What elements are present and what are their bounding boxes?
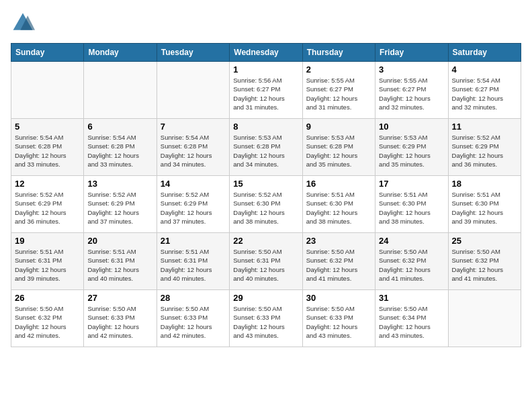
calendar-week-row: 26Sunrise: 5:50 AM Sunset: 6:32 PM Dayli…: [11, 290, 521, 347]
day-number: 12: [15, 179, 80, 189]
day-number: 28: [161, 293, 226, 303]
calendar-cell: 19Sunrise: 5:51 AM Sunset: 6:31 PM Dayli…: [11, 233, 84, 290]
calendar-cell: 17Sunrise: 5:51 AM Sunset: 6:30 PM Dayli…: [375, 176, 448, 233]
day-info: Sunrise: 5:51 AM Sunset: 6:31 PM Dayligh…: [161, 247, 226, 283]
weekday-header-sunday: Sunday: [11, 44, 84, 62]
calendar-body: 1Sunrise: 5:56 AM Sunset: 6:27 PM Daylig…: [11, 62, 521, 347]
day-info: Sunrise: 5:52 AM Sunset: 6:29 PM Dayligh…: [161, 190, 226, 226]
day-number: 23: [306, 236, 371, 246]
day-number: 26: [15, 293, 80, 303]
day-info: Sunrise: 5:50 AM Sunset: 6:32 PM Dayligh…: [15, 304, 80, 340]
day-info: Sunrise: 5:51 AM Sunset: 6:30 PM Dayligh…: [452, 190, 517, 226]
calendar-cell: [448, 290, 521, 347]
day-info: Sunrise: 5:51 AM Sunset: 6:31 PM Dayligh…: [87, 247, 152, 283]
day-info: Sunrise: 5:50 AM Sunset: 6:33 PM Dayligh…: [87, 304, 152, 340]
calendar-table: SundayMondayTuesdayWednesdayThursdayFrid…: [11, 43, 521, 347]
calendar-cell: 15Sunrise: 5:52 AM Sunset: 6:30 PM Dayli…: [230, 176, 302, 233]
calendar-cell: 23Sunrise: 5:50 AM Sunset: 6:32 PM Dayli…: [302, 233, 375, 290]
calendar-week-row: 1Sunrise: 5:56 AM Sunset: 6:27 PM Daylig…: [11, 62, 521, 119]
calendar-cell: 16Sunrise: 5:51 AM Sunset: 6:30 PM Dayli…: [302, 176, 375, 233]
day-number: 27: [87, 293, 152, 303]
day-number: 18: [452, 179, 517, 189]
day-info: Sunrise: 5:53 AM Sunset: 6:28 PM Dayligh…: [233, 133, 298, 169]
day-number: 20: [87, 236, 152, 246]
page-header: [11, 11, 521, 35]
calendar-cell: 4Sunrise: 5:54 AM Sunset: 6:27 PM Daylig…: [448, 62, 521, 119]
calendar-week-row: 12Sunrise: 5:52 AM Sunset: 6:29 PM Dayli…: [11, 176, 521, 233]
weekday-header-wednesday: Wednesday: [230, 44, 302, 62]
calendar-cell: [84, 62, 157, 119]
day-info: Sunrise: 5:53 AM Sunset: 6:29 PM Dayligh…: [379, 133, 444, 169]
day-info: Sunrise: 5:56 AM Sunset: 6:27 PM Dayligh…: [233, 76, 298, 111]
day-number: 19: [15, 236, 80, 246]
day-number: 8: [233, 122, 298, 132]
day-info: Sunrise: 5:53 AM Sunset: 6:28 PM Dayligh…: [306, 133, 371, 169]
calendar-week-row: 5Sunrise: 5:54 AM Sunset: 6:28 PM Daylig…: [11, 119, 521, 176]
calendar-cell: 9Sunrise: 5:53 AM Sunset: 6:28 PM Daylig…: [302, 119, 375, 176]
day-info: Sunrise: 5:51 AM Sunset: 6:30 PM Dayligh…: [379, 190, 444, 226]
day-info: Sunrise: 5:50 AM Sunset: 6:32 PM Dayligh…: [379, 247, 444, 283]
calendar-cell: 30Sunrise: 5:50 AM Sunset: 6:33 PM Dayli…: [302, 290, 375, 347]
logo: [11, 11, 38, 35]
day-number: 13: [87, 179, 152, 189]
calendar-cell: 22Sunrise: 5:50 AM Sunset: 6:31 PM Dayli…: [230, 233, 302, 290]
day-info: Sunrise: 5:51 AM Sunset: 6:31 PM Dayligh…: [15, 247, 80, 283]
day-number: 21: [161, 236, 226, 246]
day-number: 17: [379, 179, 444, 189]
day-info: Sunrise: 5:52 AM Sunset: 6:30 PM Dayligh…: [233, 190, 298, 226]
calendar-cell: 5Sunrise: 5:54 AM Sunset: 6:28 PM Daylig…: [11, 119, 84, 176]
day-info: Sunrise: 5:50 AM Sunset: 6:33 PM Dayligh…: [161, 304, 226, 340]
calendar-cell: 1Sunrise: 5:56 AM Sunset: 6:27 PM Daylig…: [230, 62, 302, 119]
day-info: Sunrise: 5:54 AM Sunset: 6:28 PM Dayligh…: [87, 133, 152, 169]
calendar-cell: 25Sunrise: 5:50 AM Sunset: 6:32 PM Dayli…: [448, 233, 521, 290]
calendar-cell: 20Sunrise: 5:51 AM Sunset: 6:31 PM Dayli…: [84, 233, 157, 290]
calendar-cell: 6Sunrise: 5:54 AM Sunset: 6:28 PM Daylig…: [84, 119, 157, 176]
day-number: 3: [379, 64, 444, 75]
day-info: Sunrise: 5:50 AM Sunset: 6:32 PM Dayligh…: [306, 247, 371, 283]
weekday-header-tuesday: Tuesday: [157, 44, 229, 62]
day-number: 31: [379, 293, 444, 303]
day-info: Sunrise: 5:52 AM Sunset: 6:29 PM Dayligh…: [87, 190, 152, 226]
weekday-header-friday: Friday: [375, 44, 448, 62]
day-info: Sunrise: 5:50 AM Sunset: 6:33 PM Dayligh…: [233, 304, 298, 340]
weekday-header-thursday: Thursday: [302, 44, 375, 62]
calendar-cell: 27Sunrise: 5:50 AM Sunset: 6:33 PM Dayli…: [84, 290, 157, 347]
logo-icon: [11, 11, 35, 35]
day-info: Sunrise: 5:55 AM Sunset: 6:27 PM Dayligh…: [379, 76, 444, 111]
calendar-cell: 7Sunrise: 5:54 AM Sunset: 6:28 PM Daylig…: [157, 119, 229, 176]
calendar-cell: [11, 62, 84, 119]
day-number: 25: [452, 236, 517, 246]
calendar-cell: 28Sunrise: 5:50 AM Sunset: 6:33 PM Dayli…: [157, 290, 229, 347]
day-number: 10: [379, 122, 444, 132]
day-number: 15: [233, 179, 298, 189]
calendar-cell: 14Sunrise: 5:52 AM Sunset: 6:29 PM Dayli…: [157, 176, 229, 233]
calendar-cell: 21Sunrise: 5:51 AM Sunset: 6:31 PM Dayli…: [157, 233, 229, 290]
calendar-cell: 3Sunrise: 5:55 AM Sunset: 6:27 PM Daylig…: [375, 62, 448, 119]
calendar-cell: 29Sunrise: 5:50 AM Sunset: 6:33 PM Dayli…: [230, 290, 302, 347]
day-info: Sunrise: 5:54 AM Sunset: 6:28 PM Dayligh…: [15, 133, 80, 169]
day-info: Sunrise: 5:50 AM Sunset: 6:31 PM Dayligh…: [233, 247, 298, 283]
day-number: 6: [87, 122, 152, 132]
day-number: 16: [306, 179, 371, 189]
calendar-cell: 2Sunrise: 5:55 AM Sunset: 6:27 PM Daylig…: [302, 62, 375, 119]
weekday-header-saturday: Saturday: [448, 44, 521, 62]
calendar-cell: 18Sunrise: 5:51 AM Sunset: 6:30 PM Dayli…: [448, 176, 521, 233]
calendar-cell: 12Sunrise: 5:52 AM Sunset: 6:29 PM Dayli…: [11, 176, 84, 233]
day-info: Sunrise: 5:52 AM Sunset: 6:29 PM Dayligh…: [452, 133, 517, 169]
day-info: Sunrise: 5:55 AM Sunset: 6:27 PM Dayligh…: [306, 76, 371, 111]
day-number: 22: [233, 236, 298, 246]
day-info: Sunrise: 5:54 AM Sunset: 6:27 PM Dayligh…: [452, 76, 517, 111]
weekday-header-monday: Monday: [84, 44, 157, 62]
calendar-cell: 26Sunrise: 5:50 AM Sunset: 6:32 PM Dayli…: [11, 290, 84, 347]
calendar-cell: 13Sunrise: 5:52 AM Sunset: 6:29 PM Dayli…: [84, 176, 157, 233]
calendar-cell: 8Sunrise: 5:53 AM Sunset: 6:28 PM Daylig…: [230, 119, 302, 176]
day-number: 1: [233, 64, 298, 75]
day-info: Sunrise: 5:50 AM Sunset: 6:34 PM Dayligh…: [379, 304, 444, 340]
day-number: 11: [452, 122, 517, 132]
calendar-cell: [157, 62, 229, 119]
day-number: 7: [161, 122, 226, 132]
day-number: 4: [452, 64, 517, 75]
day-info: Sunrise: 5:50 AM Sunset: 6:33 PM Dayligh…: [306, 304, 371, 340]
calendar-cell: 11Sunrise: 5:52 AM Sunset: 6:29 PM Dayli…: [448, 119, 521, 176]
day-number: 9: [306, 122, 371, 132]
